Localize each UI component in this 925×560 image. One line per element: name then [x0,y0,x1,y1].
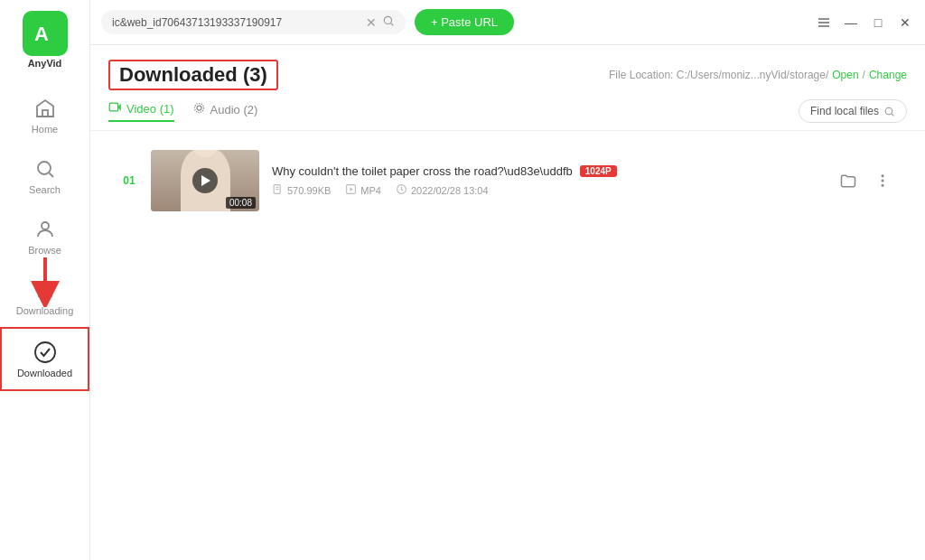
date-meta: 2022/02/28 13:04 [396,183,489,198]
app-name: AnyVid [28,58,62,69]
video-info: Why couldn't the toilet paper cross the … [272,164,823,198]
file-size-meta: 570.99KB [272,183,331,198]
file-location-label: File Location: C:/Users/moniz...nyVid/st… [609,69,828,81]
sidebar: A AnyVid Home Search [0,0,90,560]
main-content: ic&web_id70643713193337190917 ✕ + Paste … [90,0,925,560]
video-thumbnail[interactable]: 00:08 [151,150,259,211]
tabs-left: Video (1) Audio (2) [108,100,257,122]
svg-point-8 [384,16,391,23]
minimize-button[interactable]: — [842,14,860,32]
format-meta: MP4 [345,183,381,198]
downloaded-check-icon [33,340,58,365]
downloaded-title: Downloaded (3) [108,60,278,90]
svg-point-4 [42,222,49,229]
item-number: 01 [120,174,138,187]
url-clear-button[interactable]: ✕ [366,16,377,29]
audio-tab-icon [192,101,206,117]
file-location: File Location: C:/Users/moniz...nyVid/st… [609,69,907,81]
svg-line-9 [391,23,394,26]
svg-point-27 [882,184,884,187]
sidebar-item-home-label: Home [32,124,58,135]
sidebar-item-search-label: Search [29,184,61,195]
svg-point-15 [197,106,201,110]
sidebar-item-home[interactable]: Home [0,85,89,145]
svg-point-16 [194,104,203,113]
audio-tab-label: Audio (2) [210,103,258,117]
quality-badge: 1024P [580,165,617,177]
video-actions [836,168,895,193]
url-search-icon[interactable] [382,14,395,30]
find-local-label: Find local files [810,105,879,117]
file-size-icon [272,183,284,198]
url-input-container[interactable]: ic&web_id70643713193337190917 ✕ [101,10,406,34]
logo-area: A AnyVid [0,0,89,76]
open-folder-button[interactable] [836,168,861,193]
more-options-button[interactable] [870,168,895,193]
sidebar-item-downloaded[interactable]: Downloaded [0,327,89,391]
date-icon [396,183,407,198]
format-value: MP4 [360,185,381,196]
tabs-row: Video (1) Audio (2) Find local files [90,99,925,131]
menu-button[interactable] [815,14,833,32]
downloaded-header: Downloaded (3) File Location: C:/Users/m… [90,45,925,99]
svg-text:A: A [34,23,49,45]
svg-line-3 [49,173,53,178]
video-duration: 00:08 [226,197,256,209]
topbar-controls: — □ ✕ [815,14,914,32]
svg-rect-13 [109,103,117,111]
app-logo[interactable]: A [23,11,68,56]
format-icon [345,183,357,198]
date-value: 2022/02/28 13:04 [411,185,489,196]
home-icon [33,96,58,121]
file-size-value: 570.99KB [287,185,331,196]
svg-rect-1 [42,110,48,117]
change-location-link[interactable]: Change [869,69,907,81]
svg-marker-23 [350,187,353,191]
svg-line-18 [892,113,893,115]
svg-point-26 [882,180,884,182]
find-local-files-button[interactable]: Find local files [799,99,907,123]
sidebar-item-search[interactable]: Search [0,145,89,206]
sidebar-item-downloading[interactable]: Downloading [0,266,89,327]
svg-point-17 [885,107,892,115]
url-display: ic&web_id70643713193337190917 [112,16,360,29]
sidebar-item-downloaded-label: Downloaded [17,368,72,378]
svg-point-2 [38,162,51,174]
sidebar-item-browse[interactable]: Browse [0,206,89,266]
video-title: Why couldn't the toilet paper cross the … [272,164,573,178]
tab-video[interactable]: Video (1) [108,100,174,122]
downloading-icon [33,277,58,303]
sidebar-nav: Home Search Browse [0,76,89,560]
open-folder-link[interactable]: Open [832,69,858,81]
video-list: 01 00:08 Why couldn't the toilet pa [90,131,925,560]
logo-svg: A [31,19,60,48]
video-title-row: Why couldn't the toilet paper cross the … [272,164,823,178]
video-meta: 570.99KB MP4 [272,183,823,198]
tab-audio[interactable]: Audio (2) [192,101,258,121]
paste-url-button[interactable]: + Paste URL [415,9,514,35]
svg-point-7 [35,342,55,362]
maximize-button[interactable]: □ [869,14,887,32]
sidebar-item-downloading-label: Downloading [16,305,74,316]
video-tab-icon [108,100,122,117]
sidebar-item-browse-label: Browse [28,245,61,256]
topbar: ic&web_id70643713193337190917 ✕ + Paste … [90,0,925,45]
svg-point-25 [882,174,884,177]
video-tab-label: Video (1) [126,102,174,116]
play-button[interactable] [192,168,218,193]
search-icon [33,156,58,182]
close-button[interactable]: ✕ [896,14,914,32]
table-row: 01 00:08 Why couldn't the toilet pa [108,140,907,221]
browse-icon [33,217,58,242]
